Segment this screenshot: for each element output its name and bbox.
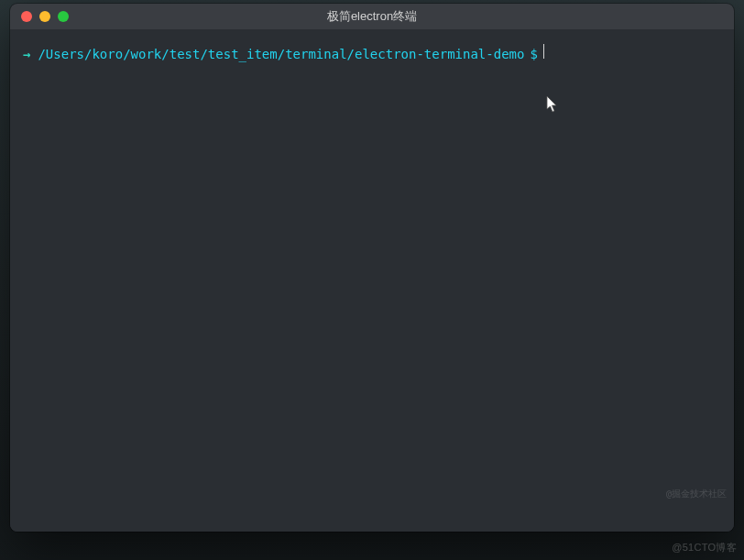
watermark-inner: @掘金技术社区 (666, 487, 727, 500)
maximize-button[interactable] (58, 11, 69, 22)
watermark-outer: @51CTO博客 (672, 541, 737, 555)
prompt-arrow-icon: → (23, 45, 30, 64)
text-cursor-icon (543, 44, 544, 59)
window-titlebar[interactable]: 极简electron终端 (10, 4, 734, 29)
minimize-button[interactable] (39, 11, 50, 22)
current-working-dir: /Users/koro/work/test/test_item/terminal… (38, 45, 524, 64)
terminal-window: 极简electron终端 → /Users/koro/work/test/tes… (10, 4, 734, 532)
terminal-viewport[interactable]: → /Users/koro/work/test/test_item/termin… (10, 29, 734, 532)
prompt-symbol: $ (530, 45, 537, 64)
prompt-line: → /Users/koro/work/test/test_item/termin… (23, 44, 721, 64)
close-button[interactable] (21, 11, 32, 22)
mouse-pointer-icon (546, 95, 559, 119)
window-controls (10, 11, 69, 22)
desktop-background: 极简electron终端 → /Users/koro/work/test/tes… (0, 0, 744, 560)
window-title: 极简electron终端 (10, 8, 734, 25)
